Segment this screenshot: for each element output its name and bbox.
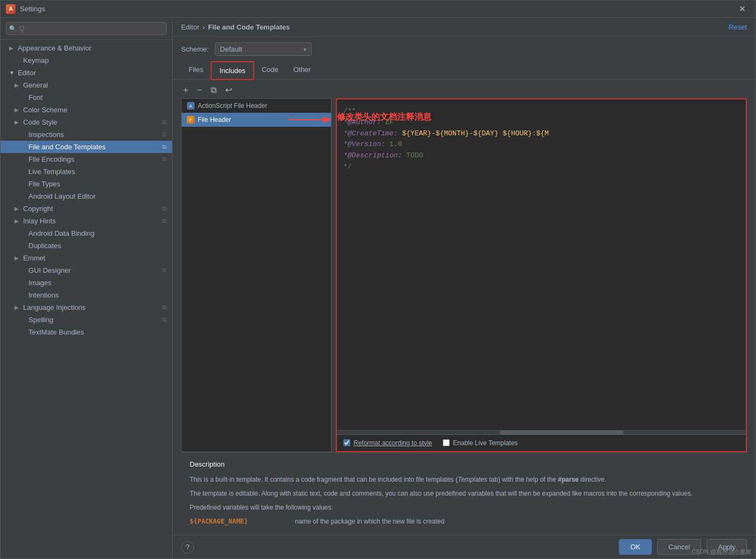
sidebar-item-emmet[interactable]: ▶ Emmet — [1, 252, 172, 264]
ok-button[interactable]: OK — [619, 539, 652, 555]
tab-code[interactable]: Code — [254, 61, 286, 79]
content-header: Editor › File and Code Templates Reset — [172, 18, 755, 37]
sidebar-item-label: File Encodings — [28, 155, 74, 163]
template-toolbar: + − ⧉ ↩ — [181, 79, 747, 98]
sidebar-item-label: GUI Designer — [28, 266, 71, 274]
code-scrollbar[interactable] — [337, 430, 746, 434]
sidebar-item-spelling[interactable]: ▶ Spelling ⧉ — [1, 314, 172, 326]
sidebar-item-images[interactable]: ▶ Images — [1, 277, 172, 289]
footer-left: ? — [181, 541, 194, 554]
sidebar-item-fileandcodetemplates[interactable]: ▶ File and Code Templates ⧉ — [1, 141, 172, 153]
breadcrumb-parent: Editor — [181, 23, 199, 31]
sidebar-item-languageinjections[interactable]: ▶ Language Injections ⧉ — [1, 301, 172, 314]
arrow-icon: ▶ — [15, 206, 20, 212]
sidebar-item-label: Copyright — [23, 205, 53, 213]
template-list: A ActionScript File Header F File Header — [181, 98, 332, 452]
sidebar-item-label: TextMate Bundles — [28, 328, 84, 336]
copy-icon: ⧉ — [162, 217, 167, 224]
reformat-label: Reformat according to style — [354, 439, 432, 447]
sidebar-item-font[interactable]: ▶ Font — [1, 91, 172, 104]
file-icon: A — [187, 102, 195, 110]
titlebar: A Settings ✕ — [1, 1, 755, 18]
sidebar-item-filetypes[interactable]: ▶ File Types — [1, 178, 172, 190]
sidebar-item-inlayhints[interactable]: ▶ Inlay Hints ⧉ — [1, 215, 172, 227]
help-button[interactable]: ? — [181, 541, 194, 554]
arrow-icon: ▶ — [15, 119, 20, 125]
copy-icon: ⧉ — [162, 205, 167, 212]
copy-template-button[interactable]: ⧉ — [208, 84, 219, 96]
close-button[interactable]: ✕ — [735, 2, 750, 16]
breadcrumb: Editor › File and Code Templates — [181, 23, 290, 31]
search-input[interactable] — [6, 22, 167, 35]
sidebar-item-label: Keymap — [23, 56, 49, 64]
sidebar-item-codestyle[interactable]: ▶ Code Style ⧉ — [1, 116, 172, 128]
reset-link[interactable]: Reset — [729, 23, 747, 31]
reformat-checkbox[interactable] — [343, 439, 350, 446]
breadcrumb-separator: › — [203, 23, 205, 31]
tabs-row: Files Includes Code Other — [172, 61, 755, 79]
tab-files[interactable]: Files — [181, 61, 211, 79]
sidebar-item-textmatebundles[interactable]: ▶ TextMate Bundles — [1, 326, 172, 338]
app-icon: A — [6, 4, 16, 14]
arrow-icon: ▶ — [15, 82, 20, 88]
settings-window: A Settings ✕ 🔍 ▶ Appearance & Behavior — [0, 0, 756, 559]
window-title: Settings — [20, 5, 45, 13]
arrow-icon: ▶ — [9, 45, 15, 51]
sidebar-item-androidlayouteditor[interactable]: ▶ Android Layout Editor — [1, 190, 172, 202]
template-area: + − ⧉ ↩ A ActionScript File Header F — [172, 79, 755, 535]
add-template-button[interactable]: + — [181, 84, 190, 96]
sidebar-item-intentions[interactable]: ▶ Intentions — [1, 289, 172, 301]
scheme-select[interactable]: Default Project — [215, 42, 312, 56]
tab-other[interactable]: Other — [286, 61, 319, 79]
arrow-icon: ▶ — [15, 107, 20, 113]
sidebar-item-duplicates[interactable]: ▶ Duplicates — [1, 239, 172, 252]
template-item-actionscript[interactable]: A ActionScript File Header — [182, 99, 331, 113]
sidebar-item-livetemplates[interactable]: ▶ Live Templates — [1, 165, 172, 178]
description-para-2: The template is editable. Along with sta… — [190, 489, 738, 498]
sidebar-item-guidesigner[interactable]: ▶ GUI Designer ⧉ — [1, 264, 172, 277]
sidebar-item-androiddatabinding[interactable]: ▶ Android Data Binding — [1, 227, 172, 239]
sidebar-item-label: Inspections — [28, 130, 64, 139]
sidebar-item-label: Spelling — [28, 316, 53, 324]
copy-icon: ⧉ — [162, 143, 167, 150]
sidebar-item-label: Emmet — [23, 254, 45, 262]
nav-tree: ▶ Appearance & Behavior ▶ Keymap ▼ Edito… — [1, 40, 172, 558]
copy-icon: ⧉ — [162, 119, 167, 126]
arrow-icon: ▶ — [15, 218, 20, 224]
watermark: CSDN @程序员小发发 — [692, 548, 752, 556]
tab-includes[interactable]: Includes — [211, 61, 254, 80]
copy-icon: ⧉ — [162, 267, 167, 274]
sidebar-item-label: Duplicates — [28, 242, 61, 250]
arrow-icon: ▼ — [9, 70, 15, 76]
sidebar-item-general[interactable]: ▶ General — [1, 79, 172, 91]
sidebar-item-label: Color Scheme — [23, 106, 67, 114]
main-layout: 🔍 ▶ Appearance & Behavior ▶ Keymap ▼ — [1, 18, 755, 558]
sidebar-item-label: Language Injections — [23, 303, 85, 311]
search-icon: 🔍 — [9, 25, 17, 32]
code-line: *@Author: ZF — [343, 117, 739, 128]
code-editor[interactable]: /** *@Author: ZF *@CreateTime: ${YEAR}-$… — [337, 99, 746, 430]
scheme-label: Scheme: — [181, 45, 208, 53]
sidebar-item-copyright[interactable]: ▶ Copyright ⧉ — [1, 202, 172, 215]
sidebar-item-appearance[interactable]: ▶ Appearance & Behavior — [1, 42, 172, 54]
reformat-checkbox-label[interactable]: Reformat according to style — [343, 439, 432, 447]
reset-template-button[interactable]: ↩ — [223, 84, 234, 96]
description-para-3: Predefined variables will take the follo… — [190, 503, 738, 512]
copy-icon: ⧉ — [162, 316, 167, 323]
var-name: ${PACKAGE_NAME} — [190, 517, 286, 526]
code-line: */ — [343, 162, 739, 173]
sidebar-item-keymap[interactable]: ▶ Keymap — [1, 54, 172, 67]
sidebar-item-editor[interactable]: ▼ Editor — [1, 67, 172, 79]
remove-template-button[interactable]: − — [195, 84, 204, 96]
code-line: *@Description: TODO — [343, 150, 739, 162]
live-templates-checkbox-label[interactable]: Enable Live Templates — [443, 439, 518, 447]
sidebar-item-label: Editor — [18, 69, 36, 77]
sidebar-item-inspections[interactable]: ▶ Inspections ⧉ — [1, 128, 172, 141]
sidebar-item-colorscheme[interactable]: ▶ Color Scheme — [1, 104, 172, 116]
live-templates-checkbox[interactable] — [443, 439, 450, 446]
code-line: /** — [343, 106, 739, 117]
sidebar-item-fileencodings[interactable]: ▶ File Encodings ⧉ — [1, 153, 172, 165]
file-icon: F — [187, 116, 195, 124]
template-item-fileheader[interactable]: F File Header — [182, 113, 331, 127]
footer: ? OK Cancel Apply — [172, 535, 755, 558]
